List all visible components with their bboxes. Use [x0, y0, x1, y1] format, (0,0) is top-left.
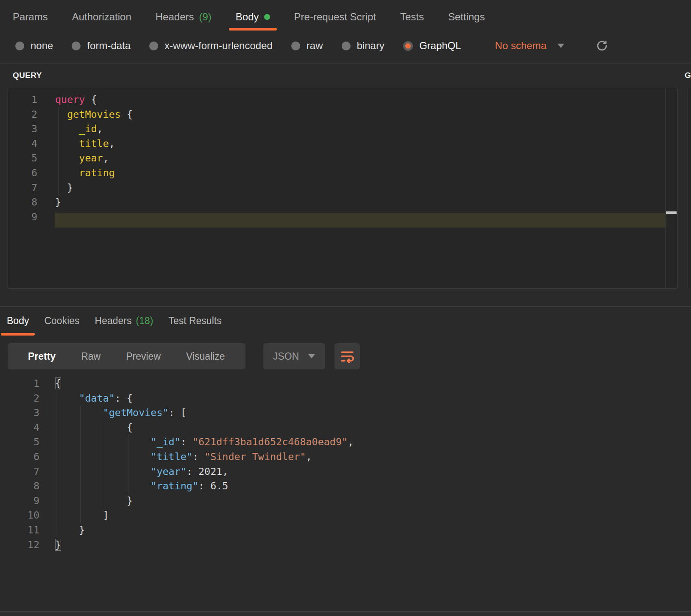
tab-label: Body	[236, 11, 259, 23]
line-number: 5	[8, 151, 37, 166]
refresh-icon	[596, 39, 608, 52]
code-text: title,	[55, 136, 115, 151]
line-number: 12	[0, 538, 39, 552]
line-number: 3	[0, 405, 39, 420]
response-tab-test-results[interactable]: Test Results	[168, 315, 221, 327]
code-line-12: 12}	[0, 538, 691, 552]
response-tab-body[interactable]: Body	[7, 315, 29, 327]
code-text: "title": "Sinder Twindler",	[55, 450, 312, 464]
chevron-down-icon	[557, 44, 564, 48]
graphql-variables-label-cut: G	[685, 71, 691, 80]
line-number: 3	[8, 122, 37, 136]
active-tab-underline	[229, 28, 277, 31]
code-text: {	[55, 420, 133, 435]
schema-dropdown-value: No schema	[495, 40, 546, 52]
line-number: 4	[8, 136, 37, 151]
line-number: 7	[8, 180, 37, 195]
body-type-radio-x-www-form-urlencoded[interactable]: x-www-form-urlencoded	[149, 40, 273, 52]
tab-label: Settings	[448, 11, 485, 23]
editor-scrollbar-gutter[interactable]	[665, 88, 677, 288]
line-number: 9	[0, 494, 39, 508]
code-text: {	[55, 376, 61, 391]
radio-unselected-icon	[291, 42, 300, 50]
body-type-radio-graphql[interactable]: GraphQL	[403, 40, 461, 52]
line-number: 9	[8, 210, 37, 225]
code-text: "rating": 6.5	[55, 479, 228, 494]
response-toolbar: PrettyRawPreviewVisualize JSON	[8, 343, 360, 369]
response-tab-headers[interactable]: Headers(18)	[95, 315, 153, 327]
line-number: 11	[0, 523, 39, 538]
code-text: query {	[55, 92, 97, 107]
request-tab-headers[interactable]: Headers(9)	[156, 11, 212, 23]
radio-label: x-www-form-urlencoded	[164, 40, 273, 52]
line-number: 8	[0, 479, 39, 494]
body-type-radio-raw[interactable]: raw	[291, 40, 323, 52]
radio-label: GraphQL	[419, 40, 461, 52]
code-text: ]	[55, 508, 109, 523]
response-tab-cookies[interactable]: Cookies	[44, 315, 79, 327]
editor-scrollbar-thumb[interactable]	[666, 211, 677, 214]
code-text: }	[55, 494, 133, 508]
radio-unselected-icon	[342, 42, 351, 50]
tab-label: Test Results	[168, 315, 221, 327]
line-number: 5	[0, 435, 39, 450]
code-text: }	[55, 523, 85, 538]
code-text: "getMovies": [	[55, 405, 187, 420]
radio-unselected-icon	[72, 42, 81, 50]
response-body-json[interactable]: 1{2 "data": {3 "getMovies": [4 {5 "_id":…	[0, 376, 691, 552]
code-line-7: 7 "year": 2021,	[0, 464, 691, 479]
code-line-5: 5 "_id": "621dff3ba1d652c468a0ead9",	[0, 435, 691, 450]
tab-count-badge: (18)	[136, 315, 153, 327]
code-text: year,	[55, 151, 109, 166]
line-number: 7	[0, 464, 39, 479]
body-type-radio-form-data[interactable]: form-data	[72, 40, 131, 52]
chevron-down-icon	[308, 354, 315, 358]
request-tab-authorization[interactable]: Authorization	[72, 11, 131, 23]
request-tab-body[interactable]: Body	[236, 11, 270, 23]
wrap-text-button[interactable]	[334, 343, 360, 369]
body-type-radio-binary[interactable]: binary	[342, 40, 385, 52]
code-line-1: 1query {	[8, 92, 677, 107]
tab-label: Params	[13, 11, 48, 23]
view-button-visualize[interactable]: Visualize	[173, 351, 238, 362]
code-text: rating	[55, 166, 115, 180]
body-type-radio-none[interactable]: none	[15, 40, 53, 52]
active-tab-underline	[1, 333, 35, 336]
code-line-8: 8}	[8, 195, 677, 210]
request-tab-pre-request-script[interactable]: Pre-request Script	[294, 11, 376, 23]
code-line-5: 5 year,	[8, 151, 677, 166]
radio-label: form-data	[87, 40, 131, 52]
request-tab-bar: ParamsAuthorizationHeaders(9)BodyPre-req…	[13, 6, 485, 28]
request-tab-settings[interactable]: Settings	[448, 11, 485, 23]
code-line-2: 2 getMovies {	[8, 107, 677, 122]
refresh-schema-button[interactable]	[596, 39, 608, 52]
view-button-pretty[interactable]: Pretty	[15, 351, 68, 362]
code-line-8: 8 "rating": 6.5	[0, 479, 691, 494]
tab-count-badge: (9)	[199, 11, 212, 23]
view-button-raw[interactable]: Raw	[68, 351, 113, 362]
query-code[interactable]: 1query {2 getMovies {3 _id,4 title,5 yea…	[8, 92, 677, 224]
view-button-preview[interactable]: Preview	[113, 351, 173, 362]
code-text: "_id": "621dff3ba1d652c468a0ead9",	[55, 435, 354, 450]
graphql-query-editor[interactable]: 1query {2 getMovies {3 _id,4 title,5 yea…	[8, 88, 677, 289]
tab-label: Headers	[156, 11, 194, 23]
code-line-4: 4 {	[0, 420, 691, 435]
format-select-value: JSON	[273, 351, 299, 362]
line-number: 6	[0, 450, 39, 464]
schema-dropdown[interactable]: No schema	[495, 40, 564, 52]
request-tab-tests[interactable]: Tests	[400, 11, 424, 23]
code-line-2: 2 "data": {	[0, 391, 691, 406]
code-text: getMovies {	[55, 107, 133, 122]
code-text: "data": {	[55, 391, 133, 406]
line-number: 4	[0, 420, 39, 435]
line-number: 2	[0, 391, 39, 406]
radio-label: binary	[357, 40, 385, 52]
line-number: 1	[0, 376, 39, 391]
line-number: 2	[8, 107, 37, 122]
code-line-3: 3 _id,	[8, 122, 677, 136]
tab-label: Authorization	[72, 11, 131, 23]
request-tab-params[interactable]: Params	[13, 11, 48, 23]
response-format-select[interactable]: JSON	[263, 343, 325, 369]
code-line-1: 1{	[0, 376, 691, 391]
code-line-9: 9	[8, 210, 677, 225]
